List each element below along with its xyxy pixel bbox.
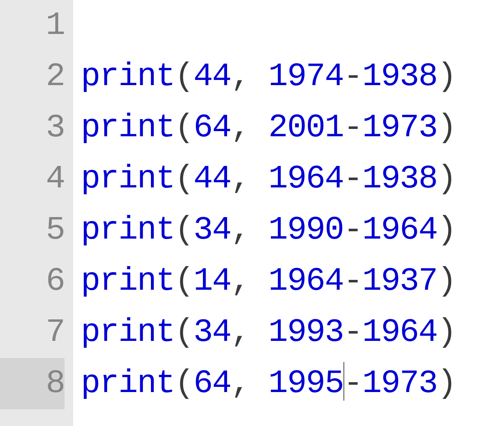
- token-op: -: [344, 211, 363, 248]
- token-op: -: [344, 365, 363, 402]
- token-punct: ,: [231, 58, 268, 95]
- token-num: 1974: [268, 58, 343, 95]
- token-punct: ,: [231, 160, 268, 197]
- token-num: 1964: [362, 314, 437, 351]
- code-line[interactable]: print(44, 1964-1938): [81, 153, 504, 205]
- code-line[interactable]: print(64, 2001-1973): [81, 102, 504, 153]
- token-punct: (: [175, 263, 194, 300]
- token-num: 1995: [268, 365, 343, 402]
- token-num: 34: [194, 211, 231, 248]
- token-fn: print: [81, 109, 175, 146]
- token-fn: print: [81, 263, 175, 300]
- token-num: 1964: [268, 263, 343, 300]
- token-punct: ): [437, 365, 456, 402]
- code-line[interactable]: [81, 0, 504, 51]
- line-number: 6: [0, 256, 65, 307]
- token-num: 1973: [362, 109, 437, 146]
- token-fn: print: [81, 211, 175, 248]
- line-number: 3: [0, 102, 65, 153]
- token-fn: print: [81, 58, 175, 95]
- token-punct: (: [175, 160, 194, 197]
- token-fn: print: [81, 160, 175, 197]
- token-punct: (: [175, 365, 194, 402]
- token-punct: ): [437, 160, 456, 197]
- token-num: 44: [194, 58, 231, 95]
- token-punct: (: [175, 314, 194, 351]
- line-number: 5: [0, 205, 65, 256]
- token-punct: (: [175, 211, 194, 248]
- code-line[interactable]: print(34, 1990-1964): [81, 205, 504, 256]
- code-line[interactable]: print(44, 1974-1938): [81, 51, 504, 102]
- token-punct: ,: [231, 109, 268, 146]
- token-num: 2001: [268, 109, 343, 146]
- token-punct: ,: [231, 263, 268, 300]
- token-num: 44: [194, 160, 231, 197]
- token-punct: ): [437, 314, 456, 351]
- line-number: 8: [0, 358, 65, 409]
- token-num: 1990: [268, 211, 343, 248]
- code-area[interactable]: print(44, 1974-1938)print(64, 2001-1973)…: [73, 0, 504, 426]
- token-num: 14: [194, 263, 231, 300]
- token-punct: ): [437, 58, 456, 95]
- code-line[interactable]: print(14, 1964-1937): [81, 256, 504, 307]
- token-op: -: [344, 109, 363, 146]
- line-number: 7: [0, 307, 65, 358]
- token-num: 1938: [362, 58, 437, 95]
- code-line[interactable]: print(34, 1993-1964): [81, 307, 504, 358]
- token-op: -: [344, 58, 363, 95]
- token-op: -: [344, 263, 363, 300]
- token-num: 1937: [362, 263, 437, 300]
- token-fn: print: [81, 365, 175, 402]
- line-number: 4: [0, 153, 65, 205]
- token-num: 1964: [362, 211, 437, 248]
- token-num: 1993: [268, 314, 343, 351]
- token-num: 34: [194, 314, 231, 351]
- token-op: -: [344, 314, 363, 351]
- line-number: 2: [0, 51, 65, 102]
- line-number-gutter: 12345678: [0, 0, 73, 426]
- text-cursor: [343, 362, 344, 401]
- token-punct: (: [175, 109, 194, 146]
- token-num: 64: [194, 109, 231, 146]
- code-line[interactable]: print(64, 1995-1973): [81, 358, 504, 409]
- token-punct: ): [437, 211, 456, 248]
- token-punct: ): [437, 109, 456, 146]
- token-op: -: [344, 160, 363, 197]
- token-num: 1938: [362, 160, 437, 197]
- token-punct: ): [437, 263, 456, 300]
- token-punct: ,: [231, 365, 268, 402]
- token-punct: (: [175, 58, 194, 95]
- token-num: 64: [194, 365, 231, 402]
- token-num: 1973: [362, 365, 437, 402]
- token-punct: ,: [231, 211, 268, 248]
- line-number: 1: [0, 0, 65, 51]
- token-punct: ,: [231, 314, 268, 351]
- code-editor: 12345678 print(44, 1974-1938)print(64, 2…: [0, 0, 504, 426]
- token-fn: print: [81, 314, 175, 351]
- token-num: 1964: [268, 160, 343, 197]
